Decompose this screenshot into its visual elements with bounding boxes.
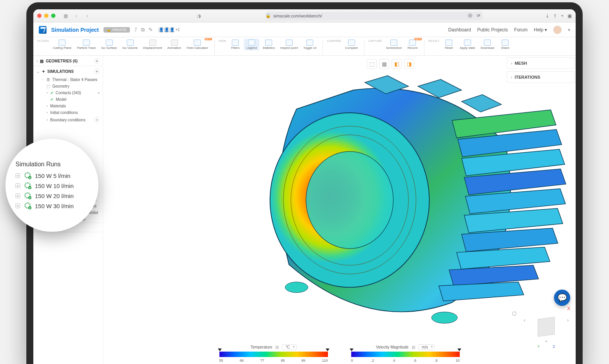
- view-orientation-cube[interactable]: ▢ ‹› ⌄ YZ X: [524, 311, 569, 348]
- chevron-down-icon: ⌄: [36, 69, 40, 74]
- cutting-plane-button[interactable]: Cutting Plane: [50, 39, 74, 50]
- group-capture-label: CAPTURE: [368, 39, 382, 42]
- close-window-icon[interactable]: [37, 14, 41, 18]
- zoom-window-icon[interactable]: [51, 14, 55, 18]
- mesh-panel[interactable]: ›MESH: [507, 57, 575, 69]
- iso-volume-button[interactable]: Iso Volume: [120, 39, 140, 50]
- expand-icon[interactable]: +: [16, 173, 20, 178]
- back-icon[interactable]: ‹: [72, 13, 80, 19]
- svg-point-5: [431, 312, 457, 323]
- tree-geometry[interactable]: ⬚Geometry: [33, 83, 103, 90]
- privacy-chip[interactable]: 🔒PRIVATE: [104, 27, 130, 33]
- tree-boundary-conditions[interactable]: •Boundary conditions+: [33, 116, 103, 124]
- add-bc-button[interactable]: +: [94, 117, 100, 122]
- legend-settings-icon[interactable]: ▤: [275, 345, 279, 349]
- collaborator-avatars[interactable]: 👤👤👤+1: [160, 26, 181, 34]
- temperature-unit-select[interactable]: °C: [282, 344, 296, 350]
- legend-label: Temperature: [250, 345, 272, 349]
- copy-icon[interactable]: ⧉: [141, 27, 145, 33]
- chat-button[interactable]: 💬: [554, 290, 570, 306]
- axis-y: Y: [537, 345, 540, 348]
- statistics-button[interactable]: Statistics: [260, 39, 277, 50]
- check-icon: ✔: [50, 91, 53, 95]
- displacement-button[interactable]: Displacement: [141, 39, 164, 50]
- add-simulation-button[interactable]: +: [94, 69, 100, 74]
- shield-icon[interactable]: ◑: [195, 13, 203, 19]
- compare-button[interactable]: Compare: [343, 39, 360, 50]
- filters-button[interactable]: Filters: [228, 39, 243, 50]
- particle-trace-button[interactable]: Particle Trace: [74, 39, 98, 50]
- iterations-panel[interactable]: ›ITERATIONS: [507, 71, 575, 83]
- run-item[interactable]: + 150 W 30 l/min: [16, 202, 98, 210]
- tree-initial-conditions[interactable]: •Initial conditions: [33, 109, 103, 116]
- project-title[interactable]: Simulation Project: [51, 27, 99, 33]
- reader-icon[interactable]: ⓐ: [468, 13, 472, 19]
- toolbar-ribbon: FILTERS Cutting Plane Particle Trace Iso…: [33, 37, 576, 56]
- tree-contacts[interactable]: •✔Contacts (343)▾: [33, 90, 103, 96]
- user-avatar[interactable]: [553, 26, 562, 34]
- legend-settings-icon[interactable]: ▤: [412, 345, 415, 349]
- color-bar[interactable]: [219, 352, 328, 357]
- toggle-ui-button[interactable]: Toggle UI: [301, 39, 319, 50]
- group-view-label: VIEW: [219, 39, 226, 42]
- forward-icon[interactable]: ›: [83, 13, 91, 19]
- nav-help[interactable]: Help ▾: [534, 27, 547, 33]
- callout-title: Simulation Runs: [16, 161, 98, 168]
- nav-forum[interactable]: Forum: [514, 27, 528, 33]
- simulation-runs-callout: Simulation Runs + 150 W 5 l/min + 150 W …: [5, 139, 98, 232]
- url-text: simscale.com/workbench/: [273, 14, 322, 18]
- gear-ok-icon: [24, 172, 32, 179]
- nav-public-projects[interactable]: Public Projects: [477, 27, 508, 33]
- run-item[interactable]: + 150 W 20 l/min: [16, 192, 98, 200]
- minimize-window-icon[interactable]: [44, 14, 48, 18]
- inspect-point-button[interactable]: Inspect point: [278, 39, 300, 50]
- cube-icon: ▧: [40, 59, 43, 63]
- download-button[interactable]: Download: [478, 39, 497, 50]
- simscale-logo-icon[interactable]: [39, 26, 47, 34]
- download-icon[interactable]: ⤓: [545, 13, 549, 19]
- tree-model[interactable]: ✔Model: [33, 96, 103, 103]
- share-button[interactable]: Share: [497, 39, 513, 50]
- refresh-icon[interactable]: ⟳: [477, 13, 480, 18]
- check-icon: ✔: [50, 97, 53, 102]
- window-controls[interactable]: [37, 14, 55, 18]
- chevron-down-icon[interactable]: ▾: [568, 27, 570, 33]
- share-icon[interactable]: ⤴: [135, 27, 137, 33]
- sidebar-toggle-icon[interactable]: ▦: [62, 13, 69, 19]
- run-item[interactable]: + 150 W 10 l/min: [16, 182, 98, 190]
- reset-button[interactable]: Reset: [441, 39, 457, 50]
- chevron-right-icon: ›: [511, 75, 512, 79]
- screenshot-button[interactable]: Screenshot: [384, 39, 404, 50]
- simulations-section[interactable]: ⌄ ✦ SIMULATIONS +: [33, 66, 103, 76]
- nav-dashboard[interactable]: Dashboard: [448, 27, 471, 33]
- temperature-legend[interactable]: Temperature ▤ °C 55 66 77 88 99 110: [219, 344, 328, 362]
- sim-thermal-stator-4[interactable]: −☰ Thermal - Stator 4 Passes: [33, 76, 103, 83]
- field-calculator-button[interactable]: Field CalculatorBETA: [184, 39, 210, 50]
- apply-state-button[interactable]: Apply state: [457, 39, 478, 50]
- tabs-icon[interactable]: ▣: [568, 13, 572, 19]
- expand-icon[interactable]: +: [16, 204, 20, 208]
- velocity-legend[interactable]: Velocity Magnitude ▤ m/s 0 .2 .4 .6 .8 1…: [351, 344, 460, 362]
- expand-icon[interactable]: +: [16, 193, 20, 198]
- iso-surface-button[interactable]: Iso Surface: [99, 39, 119, 50]
- 3d-viewport[interactable]: ⬚ ▦ ◧ ◨: [103, 56, 576, 364]
- address-bar[interactable]: 🔒 simscale.com/workbench/ ⓐ ⟳: [266, 12, 483, 20]
- camera-icon[interactable]: ▢: [512, 311, 516, 316]
- add-geometry-button[interactable]: +: [94, 58, 100, 64]
- tree-materials[interactable]: •Materials: [33, 103, 103, 109]
- run-item[interactable]: + 150 W 5 l/min: [16, 172, 98, 179]
- record-button[interactable]: RecordBETA: [405, 39, 420, 50]
- velocity-unit-select[interactable]: m/s: [418, 344, 435, 350]
- animation-button[interactable]: Animation: [165, 39, 184, 50]
- edit-icon[interactable]: ✎: [148, 27, 153, 33]
- gear-ok-icon: [24, 192, 32, 200]
- filter-icon[interactable]: ▾: [98, 91, 100, 95]
- share-icon[interactable]: ⇪: [553, 13, 557, 19]
- gear-ok-icon: [24, 182, 32, 190]
- geometries-section[interactable]: › ▧ GEOMETRIES (6) +: [33, 56, 103, 66]
- color-bar[interactable]: [351, 352, 460, 357]
- gear-ok-icon: [24, 202, 32, 210]
- expand-icon[interactable]: +: [16, 183, 20, 188]
- legend-button[interactable]: Legend: [244, 39, 259, 50]
- new-tab-icon[interactable]: +: [561, 13, 564, 19]
